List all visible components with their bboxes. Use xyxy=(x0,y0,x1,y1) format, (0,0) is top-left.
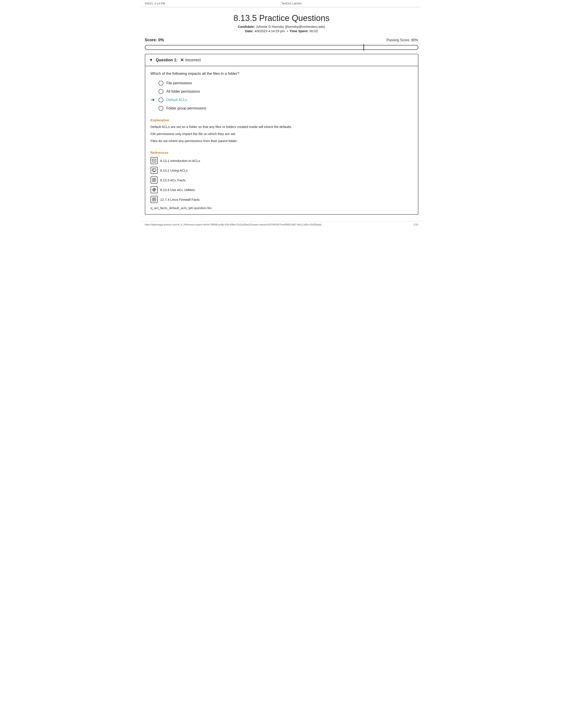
question-text: Which of the following impacts all the f… xyxy=(150,71,413,76)
reference-text-5: 12.7.4 Linux Firewall Facts xyxy=(160,198,199,201)
explanation-label: Explanation xyxy=(150,118,413,122)
progress-marker xyxy=(364,44,364,51)
reference-item-2[interactable]: 8.13.2 Using ACLs xyxy=(150,167,413,174)
incorrect-label: Incorrect xyxy=(185,58,201,62)
answer-option-1[interactable]: File permissions xyxy=(150,81,413,86)
candidate-line: Candidate: Johnnie D Hornsby (jhornsby@r… xyxy=(141,25,422,28)
explanation-line-1: Default ACLs are set on a folder so that… xyxy=(150,124,413,129)
time-spent-label: Time Spent: xyxy=(290,29,309,33)
page-title: 8.13.5 Practice Questions xyxy=(141,13,422,23)
question-id: q_acl_facts_default_acls_lp6.question.fe… xyxy=(150,206,413,210)
answer-option-4[interactable]: Folder group permissions xyxy=(150,106,413,111)
reference-item-5[interactable]: 12.7.4 Linux Firewall Facts xyxy=(150,196,413,203)
correct-arrow-icon: ➜ xyxy=(150,97,154,103)
page-indicator: 1/10 xyxy=(414,223,418,226)
question-number: Question 1: xyxy=(156,58,177,62)
svg-marker-1 xyxy=(154,160,155,161)
candidate-name: Johnnie D Hornsby xyxy=(256,25,284,28)
video-icon xyxy=(150,157,158,164)
incorrect-badge: ✕ Incorrect xyxy=(180,57,201,63)
browser-site-title: TestOut LabSim xyxy=(282,2,302,5)
references-label: References xyxy=(150,151,413,154)
list-icon-2 xyxy=(150,196,158,203)
time-spent-value: 00:02 xyxy=(310,29,318,33)
references-section: References 8.13.1 Introduction to ACLs xyxy=(150,148,413,210)
explanation-line-2: File permissions only impact the file on… xyxy=(150,131,413,137)
date-label: Date: xyxy=(245,29,254,33)
radio-3[interactable] xyxy=(158,98,163,102)
footer-url: https://labsimapp.testout.com/v6_0_544/e… xyxy=(145,223,324,226)
candidate-email: (jhornsby@rochesteru.edu) xyxy=(285,25,325,28)
answer-text-3: Default ACLs xyxy=(166,98,187,102)
explanation-section: Explanation Default ACLs are set on a fo… xyxy=(150,115,413,144)
answer-text-4: Folder group permissions xyxy=(166,106,206,110)
reference-text-4: 8.13.4 Use ACL Utilities xyxy=(160,188,195,192)
question-card: ▼ Question 1: ✕ Incorrect Which of the f… xyxy=(145,54,418,215)
progress-bar-container xyxy=(145,45,418,50)
date-value: 4/9/2023 4:14:29 pm xyxy=(254,29,285,33)
date-line: Date: 4/9/2023 4:14:29 pm • Time Spent: … xyxy=(141,29,422,33)
progress-bar-track xyxy=(145,45,418,50)
question-body: Which of the following impacts all the f… xyxy=(145,66,418,214)
reference-item-1[interactable]: 8.13.1 Introduction to ACLs xyxy=(150,157,413,164)
x-icon: ✕ xyxy=(180,57,184,63)
reference-item-3[interactable]: 8.13.3 ACL Facts xyxy=(150,176,413,184)
candidate-label: Candidate: xyxy=(238,25,255,28)
reference-text-2: 8.13.2 Using ACLs xyxy=(160,169,188,172)
browser-timestamp: 4/9/23, 4:14 PM xyxy=(145,2,165,5)
radio-1[interactable] xyxy=(158,81,163,86)
browser-bar: 4/9/23, 4:14 PM TestOut LabSim xyxy=(141,0,422,7)
reference-text-1: 8.13.1 Introduction to ACLs xyxy=(160,159,200,163)
score-section: Score: 0% Passing Score: 80% xyxy=(141,35,422,44)
reference-text-3: 8.13.3 ACL Facts xyxy=(160,178,186,182)
reference-item-4[interactable]: 8.13.4 Use ACL Utilities xyxy=(150,186,413,193)
radio-4[interactable] xyxy=(158,106,163,111)
answer-text-2: All folder permissions xyxy=(166,90,200,94)
radio-2[interactable] xyxy=(158,89,163,94)
page-header: 8.13.5 Practice Questions Candidate: Joh… xyxy=(141,7,422,35)
tool-icon xyxy=(150,186,158,193)
passing-score-label: Passing Score: 80% xyxy=(386,38,418,42)
answer-option-2[interactable]: All folder permissions xyxy=(150,89,413,94)
score-label: Score: 0% xyxy=(145,38,164,42)
monitor-icon xyxy=(150,167,158,174)
explanation-line-3: Files do not inherit any permissions fro… xyxy=(150,138,413,144)
list-icon-1 xyxy=(150,176,158,184)
question-header: ▼ Question 1: ✕ Incorrect xyxy=(145,54,418,66)
answer-text-1: File permissions xyxy=(166,81,192,85)
answer-options: File permissions All folder permissions … xyxy=(150,81,413,111)
browser-footer: https://labsimapp.testout.com/v6_0_544/e… xyxy=(141,221,422,228)
answer-option-3[interactable]: ➜ Default ACLs xyxy=(150,98,413,102)
svg-point-12 xyxy=(153,189,155,190)
question-toggle-icon[interactable]: ▼ xyxy=(149,58,153,62)
svg-line-5 xyxy=(153,169,154,170)
